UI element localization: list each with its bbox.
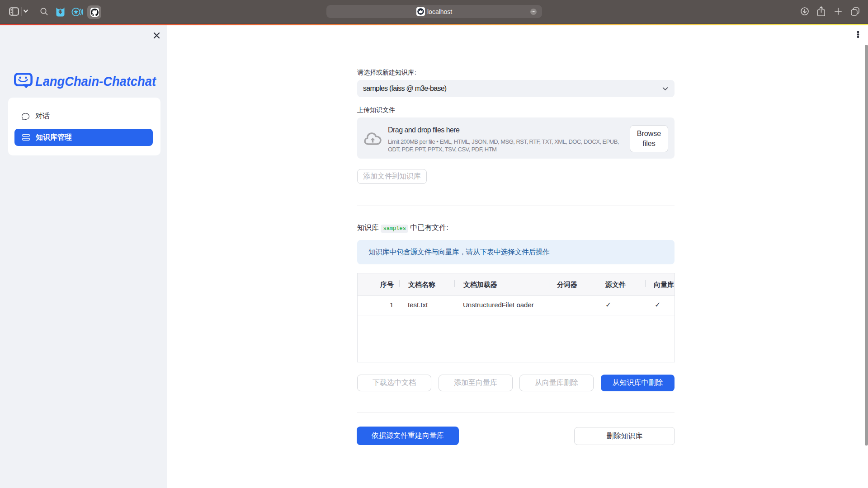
svg-text:LangChain-Chatchat: LangChain-Chatchat	[35, 74, 157, 89]
